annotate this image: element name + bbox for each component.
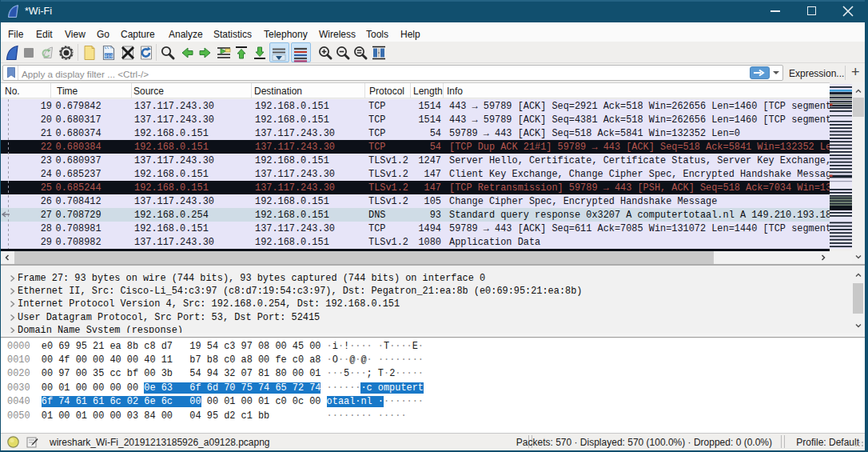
svg-text:010: 010: [105, 54, 113, 59]
